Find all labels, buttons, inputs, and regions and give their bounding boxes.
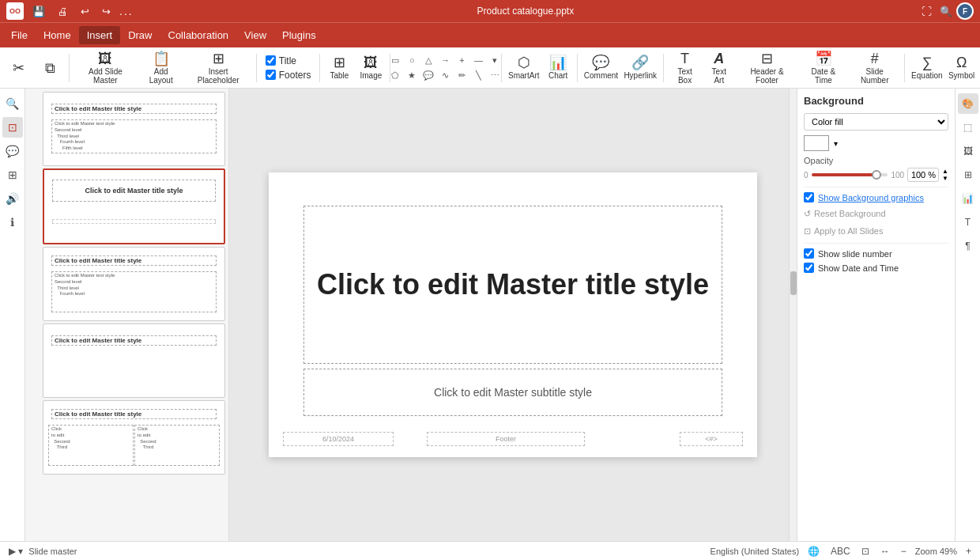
- sidebar-audio-icon[interactable]: 🔊: [2, 188, 23, 209]
- redo-button[interactable]: ↪: [98, 4, 115, 19]
- menu-plugins[interactable]: Plugins: [274, 26, 324, 44]
- fit-width-btn[interactable]: ↔: [878, 545, 892, 558]
- menu-home[interactable]: Home: [36, 26, 79, 44]
- footers-checkbox[interactable]: [266, 70, 276, 80]
- show-bg-graphics-checkbox[interactable]: [804, 192, 814, 202]
- color-preview-swatch[interactable]: [804, 135, 829, 151]
- menu-draw[interactable]: Draw: [120, 26, 160, 44]
- zoom-in-btn[interactable]: +: [963, 545, 974, 558]
- date-time-button[interactable]: 📅 Date & Time: [800, 50, 847, 86]
- equation-button[interactable]: ∑ Equation: [909, 50, 944, 86]
- diagonal-shape-btn[interactable]: ╲: [471, 68, 485, 82]
- fill-type-select[interactable]: Color fill Gradient fill Picture or text…: [804, 113, 948, 131]
- slide-thumb-5[interactable]: Click to edit Master title style Clickto…: [43, 400, 225, 475]
- color-arrow-btn[interactable]: ▾: [834, 139, 838, 148]
- sidebar-search-icon[interactable]: 🔍: [2, 93, 23, 114]
- menu-collaboration[interactable]: Collaboration: [160, 26, 237, 44]
- star-shape-btn[interactable]: ★: [405, 68, 419, 82]
- fit-page-btn[interactable]: ⊡: [859, 545, 872, 558]
- sidebar-slides-icon[interactable]: ⊡: [2, 117, 23, 138]
- slide-number-button[interactable]: # Slide Number: [849, 50, 901, 86]
- app-logo[interactable]: OO: [6, 2, 24, 20]
- vertical-scrollbar[interactable]: [789, 89, 797, 541]
- print-button[interactable]: 🖨: [54, 4, 72, 19]
- avatar[interactable]: F: [956, 2, 974, 20]
- add-slide-master-button[interactable]: 🖼 Add Slide Master: [74, 50, 138, 86]
- search-button[interactable]: 🔍: [936, 4, 956, 19]
- show-bg-graphics-label: Show Background graphics: [818, 193, 924, 202]
- save-button[interactable]: 💾: [28, 4, 49, 19]
- image-button[interactable]: 🖼 Image: [356, 50, 386, 86]
- undo-button[interactable]: ↩: [77, 4, 93, 19]
- slide-pagenum-box[interactable]: <#>: [680, 432, 743, 446]
- more-button[interactable]: ...: [119, 5, 134, 17]
- show-slide-number-checkbox[interactable]: [804, 248, 814, 259]
- slide-thumb-3[interactable]: Click to edit Master title style Click t…: [43, 247, 225, 321]
- slide-title-box[interactable]: Click to edit Master title style: [303, 206, 722, 364]
- right-icon-layout[interactable]: ⬚: [958, 117, 978, 138]
- canvas-area[interactable]: Click to edit Master title style Click t…: [229, 89, 797, 541]
- slide-footer-box[interactable]: Footer: [427, 432, 585, 446]
- menu-view[interactable]: View: [236, 26, 274, 44]
- more-shapes2-btn[interactable]: ⋯: [488, 68, 502, 82]
- callout-shape-btn[interactable]: 💬: [421, 68, 435, 82]
- triangle-shape-btn[interactable]: △: [421, 53, 435, 67]
- circle-shape-btn[interactable]: ○: [405, 53, 419, 67]
- spell-check-btn[interactable]: ABC: [828, 545, 853, 558]
- title-checkbox-item[interactable]: Title: [266, 55, 311, 66]
- plus-shape-btn[interactable]: +: [454, 53, 469, 67]
- status-bar-right: English (United States) 🌐 ABC ⊡ ↔ − Zoom…: [710, 545, 974, 558]
- pentagon-shape-btn[interactable]: ⬠: [388, 68, 402, 82]
- footers-checkbox-item[interactable]: Footers: [266, 70, 311, 81]
- more-shapes-btn[interactable]: ▾: [488, 53, 502, 67]
- right-icon-chart[interactable]: 📊: [958, 188, 978, 209]
- slide-nav-button[interactable]: ▶ ▾: [6, 545, 25, 558]
- status-bar-left: ▶ ▾ Slide master: [6, 545, 77, 558]
- copy-button[interactable]: ⧉: [35, 50, 65, 86]
- slide-subtitle-box[interactable]: Click to edit Master subtitle style: [303, 369, 722, 416]
- comment-button[interactable]: 💬 Comment: [582, 50, 620, 86]
- insert-placeholder-button[interactable]: ⊞ Insert Placeholder: [185, 50, 252, 86]
- slide-thumb-2[interactable]: Click to edit Master title style: [43, 168, 225, 244]
- cut-button[interactable]: ✂: [3, 50, 33, 86]
- text-box-button[interactable]: T Text Box: [668, 50, 703, 86]
- right-icon-image[interactable]: 🖼: [958, 141, 978, 161]
- arrow-shape-btn[interactable]: →: [438, 53, 452, 67]
- opacity-spinbox[interactable]: ▲▼: [942, 168, 948, 182]
- right-icon-bg[interactable]: 🎨: [958, 93, 978, 114]
- add-layout-button[interactable]: 📋 Add Layout: [139, 50, 183, 86]
- opacity-value-input[interactable]: [907, 168, 939, 182]
- right-icon-table[interactable]: ⊞: [958, 165, 978, 185]
- table-button[interactable]: ⊞ Table: [324, 50, 354, 86]
- menu-insert[interactable]: Insert: [79, 26, 121, 44]
- header-footer-button[interactable]: ⊟ Header & Footer: [736, 50, 798, 86]
- slide-thumb-1[interactable]: Click to edit Master title style Click t…: [43, 92, 225, 166]
- slide-date-box[interactable]: 6/10/2024: [283, 432, 394, 446]
- chart-button[interactable]: 📊 Chart: [543, 50, 573, 86]
- sidebar-info-icon[interactable]: ℹ: [2, 212, 23, 233]
- show-date-time-checkbox[interactable]: [804, 263, 814, 273]
- rect-shape-btn[interactable]: ▭: [388, 53, 402, 67]
- hyperlink-button[interactable]: 🔗 Hyperlink: [622, 50, 659, 86]
- sidebar-chat-icon[interactable]: 💬: [2, 141, 23, 161]
- apply-to-all-slides-link: Apply to All Slides: [814, 224, 883, 238]
- opacity-slider[interactable]: [812, 173, 888, 176]
- symbol-label: Symbol: [948, 71, 974, 80]
- freeform-btn[interactable]: ✏: [454, 68, 469, 82]
- line-shape-btn[interactable]: —: [471, 53, 485, 67]
- language-icon-btn[interactable]: 🌐: [805, 545, 822, 558]
- title-checkbox[interactable]: [266, 55, 276, 66]
- text-art-button[interactable]: A Text Art: [703, 50, 734, 86]
- curve-shape-btn[interactable]: ∿: [438, 68, 452, 82]
- symbol-button[interactable]: Ω Symbol: [946, 50, 977, 86]
- right-icon-para[interactable]: ¶: [958, 236, 978, 256]
- sidebar-table-icon[interactable]: ⊞: [2, 165, 23, 185]
- fullscreen-button[interactable]: ⛶: [918, 4, 936, 19]
- image-label: Image: [360, 71, 383, 80]
- slide-thumb-4[interactable]: Click to edit Master title style: [43, 324, 225, 398]
- insert-placeholder-icon: ⊞: [213, 51, 224, 66]
- smartart-button[interactable]: ⬡ SmartArt: [506, 50, 541, 86]
- right-icon-text[interactable]: T: [958, 212, 978, 233]
- menu-file[interactable]: File: [3, 26, 36, 44]
- zoom-out-btn[interactable]: −: [899, 545, 909, 558]
